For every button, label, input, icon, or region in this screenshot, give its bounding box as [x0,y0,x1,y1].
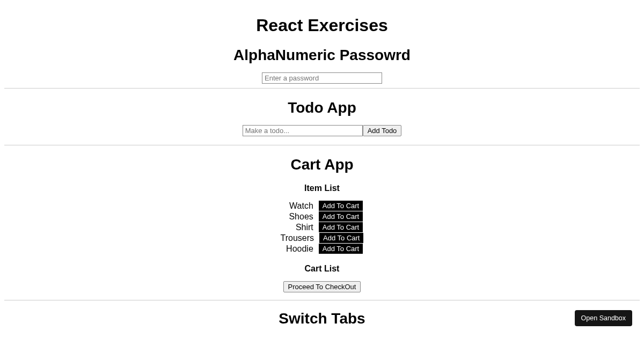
item-list-heading: Item List [4,183,640,193]
add-to-cart-button[interactable]: Add To Cart [319,244,363,254]
item-row: Watch Add To Cart [4,201,640,211]
item-row: Trousers Add To Cart [4,233,640,243]
switch-tabs-heading: Switch Tabs [4,310,640,327]
add-to-cart-button[interactable]: Add To Cart [319,211,363,222]
item-row: Shirt Add To Cart [4,222,640,232]
add-to-cart-button[interactable]: Add To Cart [319,201,363,211]
divider [4,300,640,300]
todo-heading: Todo App [4,99,640,116]
divider [4,88,640,89]
cart-list-heading: Cart List [4,264,640,274]
item-name: Trousers [281,233,314,243]
cart-heading: Cart App [4,156,640,173]
page-title: React Exercises [4,16,640,35]
item-name: Shirt [281,223,313,232]
item-row: Hoodie Add To Cart [4,244,640,254]
item-name: Shoes [281,212,313,222]
password-heading: AlphaNumeric Passowrd [4,47,640,64]
item-name: Hoodie [281,244,313,254]
todo-input[interactable] [243,125,363,136]
add-todo-button[interactable]: Add Todo [363,125,402,136]
checkout-button[interactable]: Proceed To CheckOut [283,281,361,292]
open-sandbox-button[interactable]: Open Sandbox [575,310,632,326]
add-to-cart-button[interactable]: Add To Cart [319,222,363,232]
divider [4,145,640,145]
password-input[interactable] [262,72,382,84]
item-name: Watch [281,201,313,211]
item-row: Shoes Add To Cart [4,211,640,222]
add-to-cart-button[interactable]: Add To Cart [319,233,363,243]
